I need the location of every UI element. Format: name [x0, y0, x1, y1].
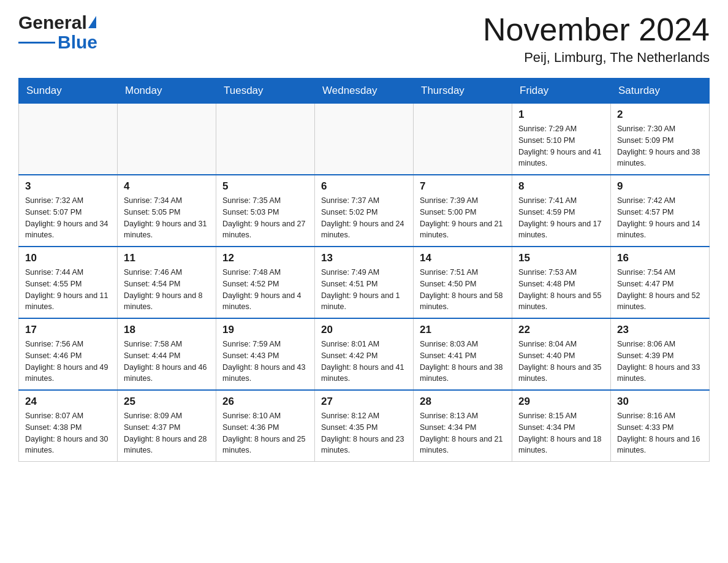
calendar-week-1: 1Sunrise: 7:29 AM Sunset: 5:10 PM Daylig… [19, 104, 710, 175]
calendar-cell [118, 104, 216, 175]
day-info: Sunrise: 7:29 AM Sunset: 5:10 PM Dayligh… [518, 123, 604, 169]
calendar-cell: 27Sunrise: 8:12 AM Sunset: 4:35 PM Dayli… [315, 390, 414, 462]
calendar-table: SundayMondayTuesdayWednesdayThursdayFrid… [18, 78, 710, 462]
calendar-cell: 7Sunrise: 7:39 AM Sunset: 5:00 PM Daylig… [414, 175, 512, 247]
day-number: 26 [222, 396, 308, 408]
header-monday: Monday [118, 79, 216, 104]
day-number: 18 [124, 324, 210, 336]
day-info: Sunrise: 7:59 AM Sunset: 4:43 PM Dayligh… [222, 339, 308, 385]
header-friday: Friday [512, 79, 611, 104]
day-number: 30 [617, 396, 703, 408]
calendar-cell: 15Sunrise: 7:53 AM Sunset: 4:48 PM Dayli… [512, 247, 611, 318]
logo-general: General [18, 12, 87, 33]
calendar-cell: 22Sunrise: 8:04 AM Sunset: 4:40 PM Dayli… [512, 318, 611, 390]
day-info: Sunrise: 8:03 AM Sunset: 4:41 PM Dayligh… [420, 339, 506, 385]
day-number: 11 [124, 252, 210, 264]
calendar-week-2: 3Sunrise: 7:32 AM Sunset: 5:07 PM Daylig… [19, 175, 710, 247]
logo-triangle-icon [88, 16, 96, 28]
day-number: 9 [617, 180, 703, 193]
day-number: 16 [617, 252, 703, 264]
day-number: 5 [222, 180, 308, 193]
calendar-cell: 8Sunrise: 7:41 AM Sunset: 4:59 PM Daylig… [512, 175, 611, 247]
calendar-cell: 14Sunrise: 7:51 AM Sunset: 4:50 PM Dayli… [414, 247, 512, 318]
day-info: Sunrise: 8:12 AM Sunset: 4:35 PM Dayligh… [321, 410, 407, 456]
header-sunday: Sunday [19, 79, 118, 104]
day-number: 29 [518, 396, 604, 408]
calendar-cell: 19Sunrise: 7:59 AM Sunset: 4:43 PM Dayli… [216, 318, 315, 390]
logo-blue: Blue [58, 32, 97, 53]
header-thursday: Thursday [414, 79, 512, 104]
calendar-cell: 9Sunrise: 7:42 AM Sunset: 4:57 PM Daylig… [611, 175, 710, 247]
calendar-cell: 30Sunrise: 8:16 AM Sunset: 4:33 PM Dayli… [611, 390, 710, 462]
day-info: Sunrise: 7:51 AM Sunset: 4:50 PM Dayligh… [420, 267, 506, 313]
day-info: Sunrise: 8:04 AM Sunset: 4:40 PM Dayligh… [518, 339, 604, 385]
calendar-cell: 5Sunrise: 7:35 AM Sunset: 5:03 PM Daylig… [216, 175, 315, 247]
calendar-week-5: 24Sunrise: 8:07 AM Sunset: 4:38 PM Dayli… [19, 390, 710, 462]
day-number: 8 [518, 180, 604, 193]
day-number: 10 [25, 252, 111, 264]
day-info: Sunrise: 7:30 AM Sunset: 5:09 PM Dayligh… [617, 123, 703, 169]
calendar-cell: 26Sunrise: 8:10 AM Sunset: 4:36 PM Dayli… [216, 390, 315, 462]
day-info: Sunrise: 7:48 AM Sunset: 4:52 PM Dayligh… [222, 267, 308, 313]
calendar-cell: 28Sunrise: 8:13 AM Sunset: 4:34 PM Dayli… [414, 390, 512, 462]
calendar-cell: 13Sunrise: 7:49 AM Sunset: 4:51 PM Dayli… [315, 247, 414, 318]
day-number: 20 [321, 324, 407, 336]
location-title: Peij, Limburg, The Netherlands [483, 50, 710, 66]
day-number: 2 [617, 109, 703, 121]
header-wednesday: Wednesday [315, 79, 414, 104]
calendar-cell: 17Sunrise: 7:56 AM Sunset: 4:46 PM Dayli… [19, 318, 118, 390]
month-title: November 2024 [483, 12, 710, 47]
calendar-cell: 2Sunrise: 7:30 AM Sunset: 5:09 PM Daylig… [611, 104, 710, 175]
day-info: Sunrise: 8:10 AM Sunset: 4:36 PM Dayligh… [222, 410, 308, 456]
day-info: Sunrise: 7:41 AM Sunset: 4:59 PM Dayligh… [518, 195, 604, 241]
day-number: 25 [124, 396, 210, 408]
calendar-cell: 16Sunrise: 7:54 AM Sunset: 4:47 PM Dayli… [611, 247, 710, 318]
day-info: Sunrise: 7:39 AM Sunset: 5:00 PM Dayligh… [420, 195, 506, 241]
day-info: Sunrise: 7:34 AM Sunset: 5:05 PM Dayligh… [124, 195, 210, 241]
day-number: 27 [321, 396, 407, 408]
day-number: 23 [617, 324, 703, 336]
header-tuesday: Tuesday [216, 79, 315, 104]
day-info: Sunrise: 8:13 AM Sunset: 4:34 PM Dayligh… [420, 410, 506, 456]
calendar-cell [216, 104, 315, 175]
day-info: Sunrise: 7:49 AM Sunset: 4:51 PM Dayligh… [321, 267, 407, 313]
calendar-cell: 10Sunrise: 7:44 AM Sunset: 4:55 PM Dayli… [19, 247, 118, 318]
calendar-cell: 4Sunrise: 7:34 AM Sunset: 5:05 PM Daylig… [118, 175, 216, 247]
day-info: Sunrise: 8:07 AM Sunset: 4:38 PM Dayligh… [25, 410, 111, 456]
day-number: 6 [321, 180, 407, 193]
title-block: November 2024 Peij, Limburg, The Netherl… [483, 12, 710, 66]
calendar-cell: 23Sunrise: 8:06 AM Sunset: 4:39 PM Dayli… [611, 318, 710, 390]
day-info: Sunrise: 7:42 AM Sunset: 4:57 PM Dayligh… [617, 195, 703, 241]
calendar-week-3: 10Sunrise: 7:44 AM Sunset: 4:55 PM Dayli… [19, 247, 710, 318]
calendar-cell: 1Sunrise: 7:29 AM Sunset: 5:10 PM Daylig… [512, 104, 611, 175]
day-info: Sunrise: 8:15 AM Sunset: 4:34 PM Dayligh… [518, 410, 604, 456]
day-number: 7 [420, 180, 506, 193]
day-number: 24 [25, 396, 111, 408]
day-number: 17 [25, 324, 111, 336]
day-info: Sunrise: 8:06 AM Sunset: 4:39 PM Dayligh… [617, 339, 703, 385]
day-info: Sunrise: 8:01 AM Sunset: 4:42 PM Dayligh… [321, 339, 407, 385]
calendar-cell: 12Sunrise: 7:48 AM Sunset: 4:52 PM Dayli… [216, 247, 315, 318]
day-info: Sunrise: 7:46 AM Sunset: 4:54 PM Dayligh… [124, 267, 210, 313]
calendar-header-row: SundayMondayTuesdayWednesdayThursdayFrid… [19, 79, 710, 104]
day-info: Sunrise: 7:44 AM Sunset: 4:55 PM Dayligh… [25, 267, 111, 313]
day-info: Sunrise: 7:54 AM Sunset: 4:47 PM Dayligh… [617, 267, 703, 313]
calendar-cell [315, 104, 414, 175]
calendar-cell: 18Sunrise: 7:58 AM Sunset: 4:44 PM Dayli… [118, 318, 216, 390]
day-info: Sunrise: 8:09 AM Sunset: 4:37 PM Dayligh… [124, 410, 210, 456]
logo-underline [18, 42, 55, 44]
calendar-cell: 29Sunrise: 8:15 AM Sunset: 4:34 PM Dayli… [512, 390, 611, 462]
day-info: Sunrise: 7:37 AM Sunset: 5:02 PM Dayligh… [321, 195, 407, 241]
day-info: Sunrise: 7:53 AM Sunset: 4:48 PM Dayligh… [518, 267, 604, 313]
header-saturday: Saturday [611, 79, 710, 104]
calendar-cell: 6Sunrise: 7:37 AM Sunset: 5:02 PM Daylig… [315, 175, 414, 247]
day-info: Sunrise: 7:35 AM Sunset: 5:03 PM Dayligh… [222, 195, 308, 241]
calendar-week-4: 17Sunrise: 7:56 AM Sunset: 4:46 PM Dayli… [19, 318, 710, 390]
day-info: Sunrise: 7:32 AM Sunset: 5:07 PM Dayligh… [25, 195, 111, 241]
calendar-cell: 24Sunrise: 8:07 AM Sunset: 4:38 PM Dayli… [19, 390, 118, 462]
day-number: 14 [420, 252, 506, 264]
calendar-cell: 21Sunrise: 8:03 AM Sunset: 4:41 PM Dayli… [414, 318, 512, 390]
calendar-cell: 3Sunrise: 7:32 AM Sunset: 5:07 PM Daylig… [19, 175, 118, 247]
day-info: Sunrise: 7:58 AM Sunset: 4:44 PM Dayligh… [124, 339, 210, 385]
day-info: Sunrise: 7:56 AM Sunset: 4:46 PM Dayligh… [25, 339, 111, 385]
